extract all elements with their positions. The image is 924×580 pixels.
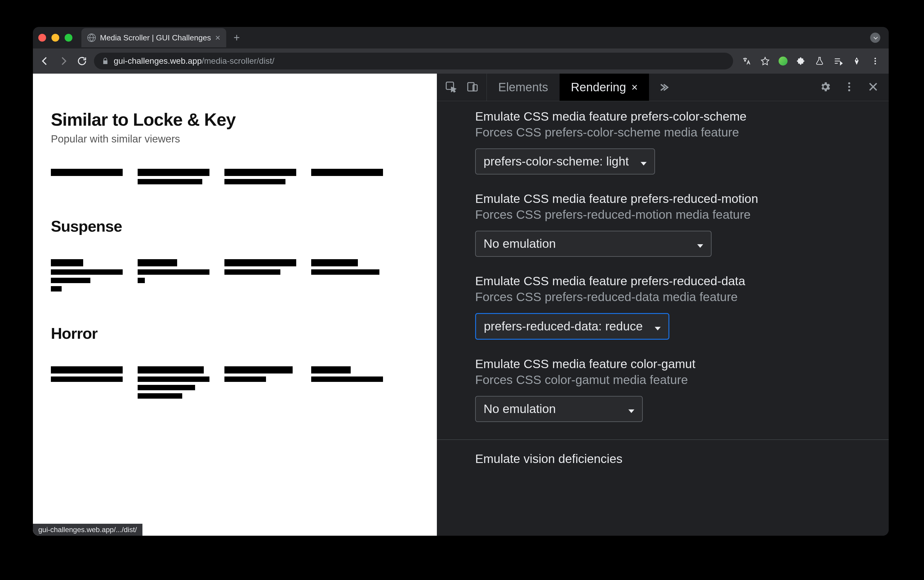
skeleton-bar	[224, 179, 286, 185]
skeleton-bar	[51, 269, 123, 275]
menu-button[interactable]	[870, 56, 880, 66]
browser-tab[interactable]: Media Scroller | GUI Challenges ×	[81, 28, 226, 47]
media-card[interactable]	[224, 169, 296, 187]
media-card[interactable]	[138, 169, 209, 187]
setting-title: Emulate vision deficiencies	[475, 452, 889, 466]
skeleton-bar	[51, 169, 123, 176]
svg-point-1	[875, 61, 876, 62]
skeleton-bar	[138, 393, 182, 399]
media-card[interactable]	[311, 259, 383, 295]
more-tabs-button[interactable]	[649, 74, 677, 101]
translate-icon[interactable]	[742, 56, 751, 66]
close-panel-icon[interactable]: ×	[631, 81, 638, 94]
devtools-tabstrip: Elements Rendering ×	[437, 74, 889, 101]
setting-description: Forces CSS prefers-color-scheme media fe…	[475, 125, 889, 140]
media-card[interactable]	[51, 169, 123, 187]
skeleton-bar	[51, 259, 83, 266]
url-text: gui-challenges.web.app/media-scroller/di…	[114, 56, 275, 66]
media-card[interactable]	[311, 366, 383, 402]
flask-icon[interactable]	[814, 56, 825, 66]
media-card[interactable]	[51, 366, 123, 402]
skeleton-bar	[51, 376, 123, 382]
skeleton-bar	[311, 366, 351, 374]
settings-icon[interactable]	[819, 81, 831, 94]
setting-select[interactable]: prefers-reduced-data: reduce	[475, 313, 669, 340]
chevron-down-icon	[628, 402, 635, 416]
skeleton-bar	[138, 385, 195, 390]
tab-rendering[interactable]: Rendering ×	[559, 74, 649, 101]
new-tab-button[interactable]: +	[233, 31, 240, 44]
skeleton-bar	[138, 169, 209, 176]
skeleton-bar	[311, 269, 380, 275]
setting-select[interactable]: No emulation	[475, 231, 712, 257]
svg-point-6	[848, 82, 850, 84]
media-card[interactable]	[311, 169, 383, 187]
devtools-menu-icon[interactable]	[843, 81, 855, 94]
maximize-window-button[interactable]	[65, 34, 72, 41]
content-area: Similar to Locke & KeyPopular with simil…	[33, 74, 889, 536]
extension-green-icon[interactable]	[779, 56, 788, 66]
status-bar: gui-challenges.web.app/.../dist/	[33, 524, 142, 536]
rendering-setting: Emulate CSS media feature prefers-reduce…	[475, 274, 889, 340]
device-toolbar-icon[interactable]	[466, 81, 479, 94]
select-value: prefers-reduced-data: reduce	[484, 319, 643, 333]
media-card[interactable]	[51, 259, 123, 295]
skeleton-bar	[138, 179, 202, 185]
tab-elements[interactable]: Elements	[487, 74, 559, 101]
reload-button[interactable]	[76, 54, 89, 68]
inspect-element-icon[interactable]	[445, 81, 457, 94]
toolbar-actions	[742, 56, 880, 66]
devtools-panel: Elements Rendering × Emulate CSS media f…	[437, 74, 889, 536]
skeleton-bar	[51, 286, 62, 292]
media-section: Horror	[51, 325, 437, 402]
skeleton-bar	[51, 278, 90, 283]
svg-point-7	[848, 86, 850, 88]
media-scroller[interactable]	[51, 366, 437, 402]
tab-title: Media Scroller | GUI Challenges	[100, 33, 211, 43]
bookmark-icon[interactable]	[760, 56, 770, 66]
rendering-panel[interactable]: Emulate CSS media feature prefers-color-…	[437, 101, 889, 536]
select-value: No emulation	[483, 237, 556, 251]
forward-button[interactable]	[57, 54, 70, 68]
rendering-setting: Emulate CSS media feature prefers-color-…	[475, 110, 889, 175]
skeleton-bar	[138, 278, 145, 283]
section-subtitle: Popular with similar viewers	[51, 133, 437, 145]
pen-icon[interactable]	[852, 56, 862, 66]
select-value: No emulation	[483, 402, 556, 416]
skeleton-bar	[224, 169, 296, 176]
profile-button[interactable]	[870, 33, 880, 43]
skeleton-bar	[224, 259, 296, 266]
skeleton-bar	[138, 366, 204, 374]
skeleton-bar	[224, 366, 293, 374]
back-button[interactable]	[38, 54, 51, 68]
media-card[interactable]	[224, 259, 296, 295]
setting-title: Emulate CSS media feature prefers-reduce…	[475, 192, 889, 206]
rendering-setting: Emulate CSS media feature prefers-reduce…	[475, 192, 889, 257]
media-section: Suspense	[51, 217, 437, 295]
setting-select[interactable]: No emulation	[475, 396, 643, 422]
setting-title: Emulate CSS media feature prefers-reduce…	[475, 274, 889, 288]
close-tab-button[interactable]: ×	[215, 33, 220, 42]
skeleton-bar	[311, 376, 383, 382]
chevron-down-icon	[697, 237, 703, 251]
minimize-window-button[interactable]	[51, 34, 59, 41]
section-heading: Similar to Locke & Key	[51, 110, 437, 130]
globe-icon	[87, 33, 96, 42]
close-devtools-icon[interactable]	[867, 81, 879, 94]
media-card[interactable]	[138, 259, 209, 295]
media-card[interactable]	[138, 366, 209, 402]
web-page: Similar to Locke & KeyPopular with simil…	[33, 74, 437, 536]
media-card[interactable]	[224, 366, 296, 402]
extensions-icon[interactable]	[796, 56, 806, 66]
skeleton-bar	[138, 376, 209, 382]
address-bar[interactable]: gui-challenges.web.app/media-scroller/di…	[94, 53, 733, 69]
setting-select[interactable]: prefers-color-scheme: light	[475, 148, 655, 175]
tab-strip: Media Scroller | GUI Challenges × +	[33, 27, 889, 48]
devtools-inspect-tools	[437, 74, 487, 101]
lock-icon	[102, 58, 109, 65]
svg-point-2	[875, 63, 876, 64]
media-scroller[interactable]	[51, 169, 437, 187]
close-window-button[interactable]	[38, 34, 46, 41]
media-scroller[interactable]	[51, 259, 437, 295]
playlist-icon[interactable]	[833, 56, 843, 66]
